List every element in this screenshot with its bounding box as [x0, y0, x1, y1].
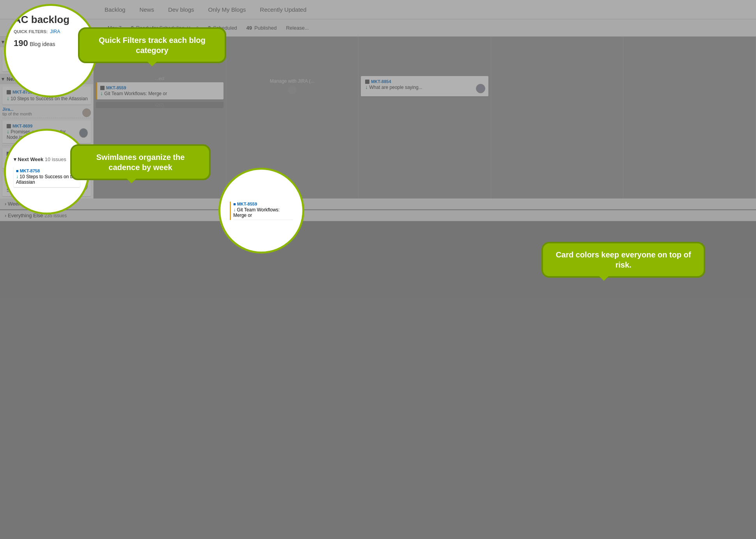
blog-count: 190: [14, 38, 28, 48]
collapse-icon-weekafter: ›: [5, 201, 6, 207]
spotlight-page-title: AC backlog: [14, 14, 88, 26]
this-week-ready-col: [226, 37, 359, 74]
card-title-8854: What are people saying...: [369, 85, 422, 90]
blog-ideas-label: Blog ideas: [30, 41, 55, 47]
card-arrow-8699: ↓: [7, 128, 9, 135]
published-label: Published: [254, 25, 277, 31]
manage-jira-card: Manage with JIRA (...: [229, 76, 356, 97]
this-week-scheduled-col: [358, 37, 491, 74]
published-status: 49 Published: [247, 25, 277, 31]
card-mkt-8559-inreview[interactable]: MKT-8559 ↓ Git Team Workflows: Merge or: [96, 82, 224, 99]
tab-news[interactable]: News: [132, 0, 161, 20]
tab-backlog[interactable]: Backlog: [98, 0, 132, 20]
blog-ideas-area: 190 Blog ideas: [14, 38, 88, 48]
tooltip-text-3: Card colors keep everyone on top of risk…: [556, 250, 691, 269]
published-count: 49: [247, 25, 252, 31]
card-id-8699: MKT-8699: [7, 124, 88, 128]
next-week-release-col: [623, 74, 756, 199]
page-wrapper: Backlog News Dev blogs Only My Blogs Rec…: [0, 0, 756, 539]
avatar-jira: [82, 108, 91, 117]
card-type-icon: [100, 86, 105, 90]
qf-label: QUICK FILTERS:: [14, 29, 48, 34]
avatar-manage: [287, 85, 297, 95]
release-status: Release...: [286, 25, 309, 31]
jira-tip-id: Jira...: [2, 107, 91, 112]
tab-only-my-blogs[interactable]: Only My Blogs: [201, 0, 253, 20]
card-type-icon: [7, 90, 11, 94]
card-type-icon: [365, 80, 369, 84]
collapse-icon-everything: ›: [5, 213, 6, 218]
release-label: Release...: [286, 25, 309, 31]
tab-recently-updated[interactable]: Recently Updated: [253, 0, 313, 20]
next-week-scheduled-col: MKT-8854 ↓ What are people saying...: [358, 74, 491, 199]
tooltip-bubble-1: Quick Filters track each blog category: [78, 27, 226, 63]
card-arrow-8854: ↓: [365, 84, 368, 90]
card-id-8559-inreview: MKT-8559: [100, 85, 220, 90]
next-week-published-col: [491, 74, 624, 199]
tooltip-bubble-2: Swimlanes organize the cadence by week: [70, 144, 211, 180]
board-area: ▾ This Week MKT-8634 ↓ "Cookies" g... bl: [0, 37, 756, 221]
tab-dev-blogs[interactable]: Dev blogs: [161, 0, 201, 20]
card-title-8559: Git Team Workflows: Merge or: [104, 91, 167, 96]
tooltip-bubble-3: Card colors keep everyone on top of risk…: [541, 242, 705, 278]
card-type-icon: [7, 124, 11, 128]
avatar-8854: [476, 84, 485, 93]
swimlane-count: (2/2): [96, 102, 224, 108]
this-week-published-col: [491, 37, 624, 74]
swimlane-week-after-next[interactable]: › Week After Next 6 issues: [0, 199, 756, 209]
nav-tabs: Backlog News Dev blogs Only My Blogs Rec…: [0, 0, 756, 20]
this-week-release-col: [623, 37, 756, 74]
card-arrow-8559: ↓: [100, 90, 103, 96]
spotlight-circle-3: ■ MKT-8559 ↓ Git Team Workflows: Merge o…: [218, 168, 304, 254]
avatar-8699: [79, 128, 88, 138]
tooltip-text-2: Swimlanes organize the cadence by week: [96, 153, 185, 172]
inreview-partial-label: ...ect: [96, 76, 224, 81]
card-8559-spotlight: ■ MKT-8559 ↓ Git Team Workflows: Merge o…: [230, 202, 293, 220]
spotlight-filters: QUICK FILTERS: JIRA: [14, 29, 88, 34]
collapse-icon: ▾: [2, 39, 4, 45]
card-id-8854: MKT-8854: [365, 79, 485, 84]
collapse-icon: ▾: [2, 76, 4, 82]
qf-jira: JIRA: [50, 29, 60, 34]
swimlane-everything-else[interactable]: › Everything Else 235 issues: [0, 210, 756, 221]
card-arrow-8758: ↓: [7, 95, 9, 101]
card-mkt-8854[interactable]: MKT-8854 ↓ What are people saying...: [361, 76, 488, 96]
tooltip-text-1: Quick Filters track each blog category: [99, 36, 205, 55]
jira-tip-card[interactable]: Jira... tip of the month: [2, 107, 91, 116]
jira-tip-title: tip of the month: [2, 112, 91, 116]
